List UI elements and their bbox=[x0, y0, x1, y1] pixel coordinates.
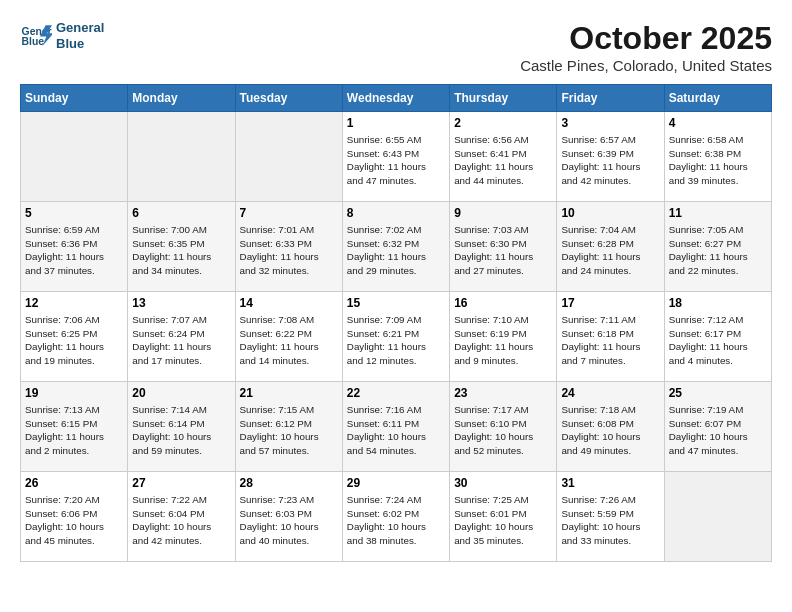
day-info: Sunrise: 7:16 AM Sunset: 6:11 PM Dayligh… bbox=[347, 403, 445, 458]
day-info: Sunrise: 7:09 AM Sunset: 6:21 PM Dayligh… bbox=[347, 313, 445, 368]
day-number: 13 bbox=[132, 296, 230, 310]
calendar-cell: 3Sunrise: 6:57 AM Sunset: 6:39 PM Daylig… bbox=[557, 112, 664, 202]
day-number: 12 bbox=[25, 296, 123, 310]
calendar-cell: 4Sunrise: 6:58 AM Sunset: 6:38 PM Daylig… bbox=[664, 112, 771, 202]
calendar-cell: 24Sunrise: 7:18 AM Sunset: 6:08 PM Dayli… bbox=[557, 382, 664, 472]
weekday-header-sunday: Sunday bbox=[21, 85, 128, 112]
day-number: 26 bbox=[25, 476, 123, 490]
calendar-header: SundayMondayTuesdayWednesdayThursdayFrid… bbox=[21, 85, 772, 112]
calendar-body: 1Sunrise: 6:55 AM Sunset: 6:43 PM Daylig… bbox=[21, 112, 772, 562]
weekday-header-wednesday: Wednesday bbox=[342, 85, 449, 112]
day-number: 5 bbox=[25, 206, 123, 220]
day-number: 19 bbox=[25, 386, 123, 400]
calendar-cell: 9Sunrise: 7:03 AM Sunset: 6:30 PM Daylig… bbox=[450, 202, 557, 292]
calendar-cell: 30Sunrise: 7:25 AM Sunset: 6:01 PM Dayli… bbox=[450, 472, 557, 562]
day-info: Sunrise: 7:20 AM Sunset: 6:06 PM Dayligh… bbox=[25, 493, 123, 548]
day-info: Sunrise: 6:57 AM Sunset: 6:39 PM Dayligh… bbox=[561, 133, 659, 188]
week-row-4: 19Sunrise: 7:13 AM Sunset: 6:15 PM Dayli… bbox=[21, 382, 772, 472]
logo: General Blue General Blue bbox=[20, 20, 104, 51]
calendar-cell: 17Sunrise: 7:11 AM Sunset: 6:18 PM Dayli… bbox=[557, 292, 664, 382]
day-number: 15 bbox=[347, 296, 445, 310]
calendar-cell: 5Sunrise: 6:59 AM Sunset: 6:36 PM Daylig… bbox=[21, 202, 128, 292]
page-header: General Blue General Blue October 2025 C… bbox=[20, 20, 772, 74]
calendar-cell: 26Sunrise: 7:20 AM Sunset: 6:06 PM Dayli… bbox=[21, 472, 128, 562]
day-number: 16 bbox=[454, 296, 552, 310]
day-number: 31 bbox=[561, 476, 659, 490]
weekday-header-saturday: Saturday bbox=[664, 85, 771, 112]
day-info: Sunrise: 6:59 AM Sunset: 6:36 PM Dayligh… bbox=[25, 223, 123, 278]
calendar-cell: 15Sunrise: 7:09 AM Sunset: 6:21 PM Dayli… bbox=[342, 292, 449, 382]
calendar-cell bbox=[235, 112, 342, 202]
day-info: Sunrise: 7:04 AM Sunset: 6:28 PM Dayligh… bbox=[561, 223, 659, 278]
day-info: Sunrise: 6:55 AM Sunset: 6:43 PM Dayligh… bbox=[347, 133, 445, 188]
logo-text: General Blue bbox=[56, 20, 104, 51]
logo-icon: General Blue bbox=[20, 22, 52, 50]
weekday-header-friday: Friday bbox=[557, 85, 664, 112]
day-number: 21 bbox=[240, 386, 338, 400]
calendar-cell: 25Sunrise: 7:19 AM Sunset: 6:07 PM Dayli… bbox=[664, 382, 771, 472]
day-info: Sunrise: 7:08 AM Sunset: 6:22 PM Dayligh… bbox=[240, 313, 338, 368]
calendar-cell bbox=[21, 112, 128, 202]
day-info: Sunrise: 7:18 AM Sunset: 6:08 PM Dayligh… bbox=[561, 403, 659, 458]
day-info: Sunrise: 7:13 AM Sunset: 6:15 PM Dayligh… bbox=[25, 403, 123, 458]
day-info: Sunrise: 7:22 AM Sunset: 6:04 PM Dayligh… bbox=[132, 493, 230, 548]
day-number: 30 bbox=[454, 476, 552, 490]
day-number: 4 bbox=[669, 116, 767, 130]
calendar-cell: 1Sunrise: 6:55 AM Sunset: 6:43 PM Daylig… bbox=[342, 112, 449, 202]
day-number: 1 bbox=[347, 116, 445, 130]
day-number: 18 bbox=[669, 296, 767, 310]
calendar-cell: 27Sunrise: 7:22 AM Sunset: 6:04 PM Dayli… bbox=[128, 472, 235, 562]
calendar-cell: 12Sunrise: 7:06 AM Sunset: 6:25 PM Dayli… bbox=[21, 292, 128, 382]
day-info: Sunrise: 7:02 AM Sunset: 6:32 PM Dayligh… bbox=[347, 223, 445, 278]
calendar-cell: 2Sunrise: 6:56 AM Sunset: 6:41 PM Daylig… bbox=[450, 112, 557, 202]
day-number: 14 bbox=[240, 296, 338, 310]
week-row-3: 12Sunrise: 7:06 AM Sunset: 6:25 PM Dayli… bbox=[21, 292, 772, 382]
day-info: Sunrise: 7:01 AM Sunset: 6:33 PM Dayligh… bbox=[240, 223, 338, 278]
day-info: Sunrise: 7:26 AM Sunset: 5:59 PM Dayligh… bbox=[561, 493, 659, 548]
day-info: Sunrise: 7:12 AM Sunset: 6:17 PM Dayligh… bbox=[669, 313, 767, 368]
calendar-cell bbox=[664, 472, 771, 562]
calendar-cell: 7Sunrise: 7:01 AM Sunset: 6:33 PM Daylig… bbox=[235, 202, 342, 292]
calendar-cell: 21Sunrise: 7:15 AM Sunset: 6:12 PM Dayli… bbox=[235, 382, 342, 472]
calendar-cell: 19Sunrise: 7:13 AM Sunset: 6:15 PM Dayli… bbox=[21, 382, 128, 472]
day-number: 27 bbox=[132, 476, 230, 490]
svg-text:Blue: Blue bbox=[22, 36, 45, 47]
location-title: Castle Pines, Colorado, United States bbox=[520, 57, 772, 74]
calendar-cell: 8Sunrise: 7:02 AM Sunset: 6:32 PM Daylig… bbox=[342, 202, 449, 292]
weekday-header-thursday: Thursday bbox=[450, 85, 557, 112]
day-number: 25 bbox=[669, 386, 767, 400]
calendar-cell bbox=[128, 112, 235, 202]
day-number: 17 bbox=[561, 296, 659, 310]
weekday-header-tuesday: Tuesday bbox=[235, 85, 342, 112]
day-info: Sunrise: 7:06 AM Sunset: 6:25 PM Dayligh… bbox=[25, 313, 123, 368]
calendar-cell: 22Sunrise: 7:16 AM Sunset: 6:11 PM Dayli… bbox=[342, 382, 449, 472]
month-title: October 2025 bbox=[520, 20, 772, 57]
title-area: October 2025 Castle Pines, Colorado, Uni… bbox=[520, 20, 772, 74]
day-info: Sunrise: 7:25 AM Sunset: 6:01 PM Dayligh… bbox=[454, 493, 552, 548]
calendar-cell: 20Sunrise: 7:14 AM Sunset: 6:14 PM Dayli… bbox=[128, 382, 235, 472]
weekday-header-monday: Monday bbox=[128, 85, 235, 112]
calendar-cell: 14Sunrise: 7:08 AM Sunset: 6:22 PM Dayli… bbox=[235, 292, 342, 382]
calendar-cell: 10Sunrise: 7:04 AM Sunset: 6:28 PM Dayli… bbox=[557, 202, 664, 292]
day-number: 6 bbox=[132, 206, 230, 220]
day-number: 10 bbox=[561, 206, 659, 220]
day-info: Sunrise: 7:15 AM Sunset: 6:12 PM Dayligh… bbox=[240, 403, 338, 458]
week-row-5: 26Sunrise: 7:20 AM Sunset: 6:06 PM Dayli… bbox=[21, 472, 772, 562]
day-number: 2 bbox=[454, 116, 552, 130]
day-info: Sunrise: 7:23 AM Sunset: 6:03 PM Dayligh… bbox=[240, 493, 338, 548]
day-number: 8 bbox=[347, 206, 445, 220]
week-row-2: 5Sunrise: 6:59 AM Sunset: 6:36 PM Daylig… bbox=[21, 202, 772, 292]
day-number: 29 bbox=[347, 476, 445, 490]
day-info: Sunrise: 7:07 AM Sunset: 6:24 PM Dayligh… bbox=[132, 313, 230, 368]
calendar-cell: 29Sunrise: 7:24 AM Sunset: 6:02 PM Dayli… bbox=[342, 472, 449, 562]
day-info: Sunrise: 7:03 AM Sunset: 6:30 PM Dayligh… bbox=[454, 223, 552, 278]
day-number: 20 bbox=[132, 386, 230, 400]
day-number: 9 bbox=[454, 206, 552, 220]
day-info: Sunrise: 7:17 AM Sunset: 6:10 PM Dayligh… bbox=[454, 403, 552, 458]
day-number: 7 bbox=[240, 206, 338, 220]
day-number: 22 bbox=[347, 386, 445, 400]
calendar-cell: 13Sunrise: 7:07 AM Sunset: 6:24 PM Dayli… bbox=[128, 292, 235, 382]
calendar-cell: 18Sunrise: 7:12 AM Sunset: 6:17 PM Dayli… bbox=[664, 292, 771, 382]
week-row-1: 1Sunrise: 6:55 AM Sunset: 6:43 PM Daylig… bbox=[21, 112, 772, 202]
calendar-cell: 11Sunrise: 7:05 AM Sunset: 6:27 PM Dayli… bbox=[664, 202, 771, 292]
